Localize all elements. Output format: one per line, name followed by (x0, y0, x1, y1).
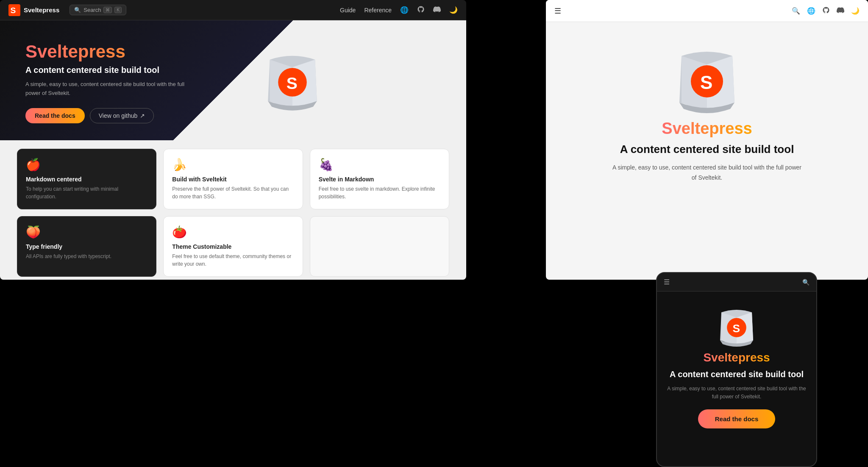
feature-icon-grapes: 🍇 (319, 158, 440, 172)
brand-name: Sveltepress (24, 6, 59, 14)
github-icon-2[interactable] (822, 6, 830, 16)
feature-desc-0: To help you can start writing with minim… (26, 185, 147, 200)
second-hero-desc: A simple, easy to use, content centered … (609, 163, 804, 183)
feature-title-0: Markdown centered (26, 176, 147, 183)
mobile-read-docs-button[interactable]: Read the docs (698, 409, 776, 428)
search-label: Search (83, 7, 101, 13)
feature-card-markdown: 🍎 Markdown centered To help you can star… (17, 149, 156, 209)
mobile-book-logo: S (711, 304, 762, 351)
svg-text:S: S (287, 74, 298, 92)
feature-desc-3: All APIs are fully typed with typescript… (26, 253, 147, 260)
hero-description: A simple, easy to use, content centered … (25, 80, 186, 98)
discord-icon[interactable] (433, 6, 441, 15)
hero-title: Sveltepress (25, 42, 237, 62)
svg-text:S: S (700, 72, 712, 93)
feature-icon-peach: 🍑 (26, 225, 147, 239)
hero-image: S (254, 42, 331, 123)
hero-buttons: Read the docs View on github ↗ (25, 108, 237, 123)
feature-desc-1: Preserve the full power of Sveltekit. So… (172, 185, 294, 200)
features-section: 🍎 Markdown centered To help you can star… (0, 140, 466, 280)
book-logo-svg: S (254, 48, 331, 116)
github-icon[interactable] (417, 6, 425, 15)
second-hero: S Sveltepress A content centered site bu… (546, 22, 868, 212)
desktop-navbar: S Sveltepress 🔍 Search ⌘ K Guide Referen… (0, 0, 466, 20)
guide-link[interactable]: Guide (340, 7, 356, 14)
external-link-icon: ↗ (140, 112, 145, 119)
feature-title-1: Build with Sveltekit (172, 176, 294, 183)
feature-desc-2: Feel free to use svelte in markdown. Exp… (319, 185, 440, 200)
feature-card-theme: 🍅 Theme Customizable Feel free to use de… (163, 216, 303, 277)
discord-icon-2[interactable] (837, 6, 844, 16)
second-book-logo: S (665, 43, 749, 120)
bottom-dark-bg (0, 280, 466, 467)
hamburger-icon[interactable]: ☰ (554, 6, 561, 16)
logo-container[interactable]: S Sveltepress (8, 4, 59, 16)
read-docs-button[interactable]: Read the docs (25, 108, 85, 123)
nav-links: Guide Reference 🌐 🌙 (340, 6, 458, 15)
reference-link[interactable]: Reference (364, 7, 392, 14)
mobile-search-icon[interactable]: 🔍 (802, 279, 810, 286)
kbd-k: K (114, 7, 122, 13)
translate-icon-2[interactable]: 🌐 (807, 7, 815, 15)
feature-card-empty (310, 216, 449, 277)
search-icon-2[interactable]: 🔍 (792, 7, 800, 15)
hero-subtitle: A content centered site build tool (25, 65, 237, 75)
mobile-hero: S Sveltepress A content centered site bu… (657, 292, 816, 441)
mobile-subtitle: A content centered site build tool (670, 369, 804, 380)
mobile-desc: A simple, easy to use, content centered … (667, 385, 806, 401)
kbd-cmd: ⌘ (103, 7, 112, 13)
feature-title-3: Type friendly (26, 243, 147, 250)
svg-text:S: S (732, 322, 740, 335)
feature-card-typed: 🍑 Type friendly All APIs are fully typed… (17, 216, 156, 277)
svg-text:S: S (10, 6, 16, 15)
translate-icon[interactable]: 🌐 (400, 6, 409, 14)
second-hero-subtitle: A content centered site build tool (620, 143, 794, 156)
desktop-window: S Sveltepress 🔍 Search ⌘ K Guide Referen… (0, 0, 466, 280)
dark-mode-icon-2[interactable]: 🌙 (851, 7, 860, 15)
feature-icon-tomato: 🍅 (172, 225, 294, 239)
dark-mode-icon[interactable]: 🌙 (449, 6, 458, 14)
second-nav-icons: 🔍 🌐 🌙 (792, 6, 860, 16)
mobile-title: Sveltepress (703, 351, 770, 364)
feature-icon-banana: 🍌 (172, 158, 294, 172)
hero-left: Sveltepress A content centered site buil… (25, 42, 237, 123)
feature-card-sveltekit: 🍌 Build with Sveltekit Preserve the full… (163, 149, 303, 209)
second-navbar: ☰ 🔍 🌐 🌙 (546, 0, 868, 22)
mobile-window: ☰ 🔍 S Sveltepress A content centered sit… (656, 272, 817, 467)
github-button-label: View on github (99, 112, 138, 119)
search-icon: 🔍 (74, 7, 81, 13)
feature-desc-4: Feel free to use default theme, communit… (172, 253, 294, 268)
github-button[interactable]: View on github ↗ (90, 108, 154, 123)
feature-title-2: Svelte in Markdown (319, 176, 440, 183)
feature-card-svelte-md: 🍇 Svelte in Markdown Feel free to use sv… (310, 149, 449, 209)
feature-title-4: Theme Customizable (172, 243, 294, 250)
mobile-navbar: ☰ 🔍 (657, 273, 816, 292)
logo-icon: S (8, 4, 20, 16)
mobile-hamburger-icon[interactable]: ☰ (664, 278, 670, 286)
hero-section: Sveltepress A content centered site buil… (0, 20, 466, 140)
search-bar[interactable]: 🔍 Search ⌘ K (70, 5, 126, 15)
second-window: ☰ 🔍 🌐 🌙 S Sveltepress A content centered… (546, 0, 868, 280)
feature-icon-apple: 🍎 (26, 158, 147, 172)
second-hero-title: Sveltepress (662, 120, 752, 138)
